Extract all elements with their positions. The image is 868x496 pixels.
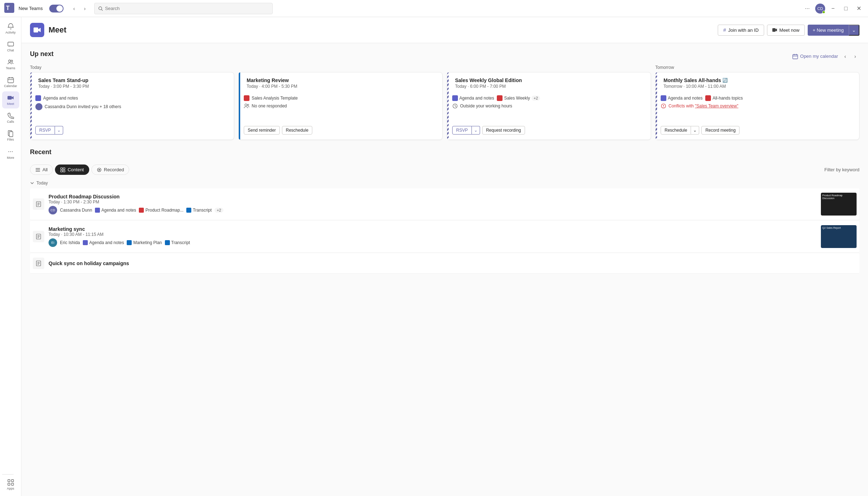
svg-point-6 xyxy=(11,60,12,62)
rsvp-chevron-button[interactable]: ⌄ xyxy=(55,126,63,135)
product-roadmap-meta: CD Cassandra Dunn Agenda and notes Produ… xyxy=(49,206,817,214)
sidebar-activity-label: Activity xyxy=(5,31,16,34)
meta-transcript-2: Transcript xyxy=(165,240,190,245)
calendar-prev-button[interactable]: ‹ xyxy=(841,52,849,61)
card-row-tags-4: Agenda and notes All-hands topics xyxy=(661,95,854,101)
chat-icon xyxy=(7,41,14,48)
svg-rect-15 xyxy=(11,480,14,482)
recent-group-today-label[interactable]: Today xyxy=(30,181,859,186)
meet-now-button[interactable]: Meet now xyxy=(767,25,805,36)
video-icon xyxy=(7,94,14,101)
rsvp-chevron-3[interactable]: ⌄ xyxy=(472,126,480,135)
back-button[interactable]: ‹ xyxy=(69,4,79,14)
marketing-sync-content: Marketing sync Today · 10:30 AM - 11:15 … xyxy=(49,226,817,247)
more-options-button[interactable]: ··· xyxy=(802,4,812,14)
join-with-id-button[interactable]: # Join with an ID xyxy=(718,25,764,36)
recent-item-product-roadmap: Product Roadmap Discussion Today · 1:30 … xyxy=(30,188,859,220)
filter-tab-all[interactable]: All xyxy=(30,165,53,175)
sidebar-item-meet[interactable]: Meet xyxy=(2,91,19,108)
app-logo: T xyxy=(4,3,14,14)
card-title: Sales Team Stand-up xyxy=(38,77,229,83)
send-reminder-button[interactable]: Send reminder xyxy=(244,126,280,135)
record-icon xyxy=(97,167,102,172)
marketing-sync-thumb-label: Q2 Sales Report xyxy=(822,227,841,229)
new-teams-toggle[interactable] xyxy=(49,5,64,12)
allhands-icon xyxy=(705,95,711,101)
reschedule-button[interactable]: Reschedule xyxy=(282,126,312,135)
svg-rect-19 xyxy=(772,28,776,32)
sidebar-item-more[interactable]: ··· More xyxy=(2,145,19,162)
marketing-sync-time: Today · 10:30 AM - 11:15 AM xyxy=(49,232,817,237)
sidebar: Activity Chat Teams xyxy=(0,17,21,496)
conflict-link[interactable]: "Sales Team overview" xyxy=(695,103,738,108)
open-calendar-button[interactable]: Open my calendar xyxy=(792,54,838,59)
conflict-text: Conflicts with "Sales Team overview" xyxy=(668,103,738,108)
eric-name: Eric Ishida xyxy=(60,240,80,245)
recent-section: Recent All xyxy=(30,148,859,274)
meet-header: Meet # Join with an ID Meet now + New me… xyxy=(21,17,868,43)
search-input[interactable] xyxy=(105,6,269,11)
card-header-3: Sales Weekly Global Edition Today · 6:00… xyxy=(452,77,646,92)
close-button[interactable]: ✕ xyxy=(854,4,864,14)
new-meeting-button[interactable]: + New meeting xyxy=(808,25,849,36)
meet-icon xyxy=(30,23,44,37)
filter-tab-recorded[interactable]: Recorded xyxy=(91,165,129,175)
product-roadmap-thumb: Product Roadmap Discussion xyxy=(821,193,857,216)
agenda-icon-4 xyxy=(661,95,666,101)
rsvp-button[interactable]: RSVP xyxy=(35,126,55,135)
search-icon xyxy=(98,6,103,11)
sidebar-item-files[interactable]: Files xyxy=(2,127,19,144)
maximize-button[interactable]: □ xyxy=(841,4,851,14)
cassandra-avatar: CD xyxy=(49,206,57,214)
recent-title: Recent xyxy=(30,148,51,156)
sidebar-item-apps[interactable]: Apps xyxy=(2,476,19,493)
sidebar-item-activity[interactable]: Activity xyxy=(2,20,19,37)
more-dots-icon: ··· xyxy=(8,148,13,155)
marketing-sync-title: Marketing sync xyxy=(49,226,817,232)
card-time: Today · 3:00 PM - 3:30 PM xyxy=(38,84,229,89)
reschedule-button-4[interactable]: Reschedule xyxy=(661,126,691,135)
card-footer-3: RSVP ⌄ Request recording xyxy=(452,126,646,135)
badge-count: +2 xyxy=(531,96,540,101)
hours-text: Outside your working hours xyxy=(460,103,512,108)
sidebar-item-calls[interactable]: Calls xyxy=(2,109,19,126)
reschedule-group-4: Reschedule ⌄ xyxy=(661,126,699,135)
product-roadmap-title: Product Roadmap Discussion xyxy=(49,194,817,199)
record-meeting-button[interactable]: Record meeting xyxy=(701,126,740,135)
card-title-4: Monthly Sales All-hands xyxy=(663,77,721,83)
agenda-notes-icon-2 xyxy=(83,240,88,245)
forward-button[interactable]: › xyxy=(80,4,90,14)
allhands-text: All-hands topics xyxy=(712,96,743,101)
calendar-nav: ‹ › xyxy=(841,52,859,61)
calendar-controls: Open my calendar ‹ › xyxy=(792,52,859,61)
sidebar-calls-label: Calls xyxy=(7,120,14,123)
new-meeting-chevron-button[interactable]: ⌄ xyxy=(849,25,859,36)
filter-tab-content[interactable]: Content xyxy=(55,165,89,175)
sidebar-item-chat[interactable]: Chat xyxy=(2,38,19,55)
sales-weekly-text: Sales Weekly xyxy=(504,96,530,101)
title-bar: T New Teams ‹ › ··· CD − □ ✕ xyxy=(0,0,868,17)
svg-text:T: T xyxy=(6,5,10,11)
calendar-next-button[interactable]: › xyxy=(851,52,859,61)
day-group-today: Today Sales Team Stand-up Today · 3:00 P… xyxy=(30,65,234,140)
agenda-text: Agenda and notes xyxy=(43,96,78,101)
sidebar-item-teams[interactable]: Teams xyxy=(2,56,19,73)
request-recording-button[interactable]: Request recording xyxy=(482,126,525,135)
meet-header-actions: # Join with an ID Meet now + New meeting… xyxy=(718,25,859,36)
svg-rect-17 xyxy=(11,483,14,485)
filter-tabs: All Content xyxy=(30,165,129,175)
sidebar-apps-label: Apps xyxy=(7,487,14,490)
card-time-2: Today · 4:00 PM - 5:30 PM xyxy=(247,84,437,89)
rsvp-button-3[interactable]: RSVP xyxy=(452,126,472,135)
product-roadmap-tag-icon xyxy=(139,208,144,213)
sidebar-item-calendar[interactable]: Calendar xyxy=(2,74,19,91)
filter-keyword-label: Filter by keyword xyxy=(824,167,859,172)
online-status xyxy=(822,11,825,14)
rsvp-group: RSVP ⌄ xyxy=(35,126,63,135)
eric-avatar: EI xyxy=(49,238,57,247)
minimize-button[interactable]: − xyxy=(828,4,838,14)
search-bar[interactable] xyxy=(94,3,273,14)
reschedule-chevron-4[interactable]: ⌄ xyxy=(691,126,699,135)
user-avatar[interactable]: CD xyxy=(815,4,825,14)
meta-agenda-notes-2: Agenda and notes xyxy=(83,240,124,245)
